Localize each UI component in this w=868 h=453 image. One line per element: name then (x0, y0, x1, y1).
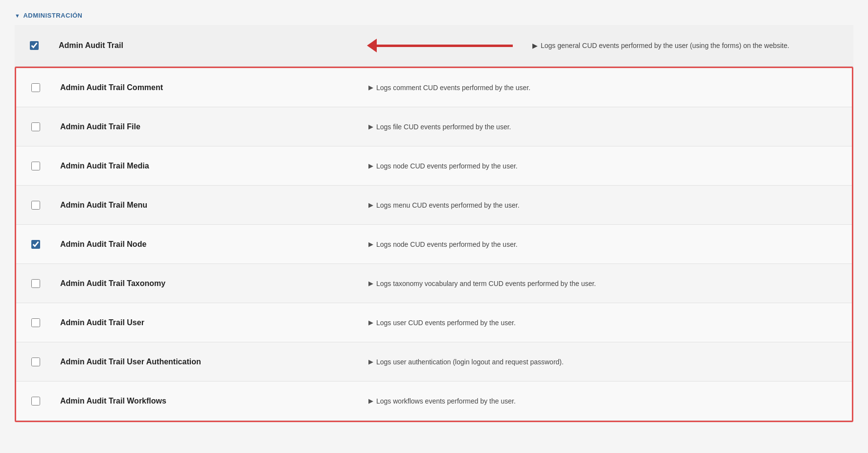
module-desc-text-comment: Logs comment CUD events performed by the… (376, 84, 530, 92)
sub-module-row-media: Admin Audit Trail Media ▶ Logs node CUD … (16, 146, 852, 186)
module-name-node: Admin Audit Trail Node (55, 232, 359, 257)
checkbox-cell-comment (16, 78, 55, 97)
parent-module-name: Admin Audit Trail (54, 33, 357, 58)
checkbox-user-authentication[interactable] (31, 358, 40, 366)
module-name-user: Admin Audit Trail User (55, 310, 359, 335)
checkbox-cell-user-authentication (16, 353, 55, 371)
module-desc-text-node: Logs node CUD events performed by the us… (376, 240, 518, 248)
checkbox-taxonomy[interactable] (31, 279, 40, 288)
parent-module-row: Admin Audit Trail ▶ Logs general CUD eve… (15, 25, 853, 67)
checkbox-file[interactable] (31, 122, 40, 131)
sub-module-row-node: Admin Audit Trail Node ▶ Logs node CUD e… (16, 225, 852, 264)
desc-tri-workflows: ▶ (368, 397, 373, 405)
sub-items-container: Admin Audit Trail Comment ▶ Logs comment… (15, 67, 853, 422)
module-name-menu: Admin Audit Trail Menu (55, 193, 359, 217)
checkbox-cell-user (16, 313, 55, 332)
section-title: ADMINISTRACIÓN (23, 12, 82, 19)
checkbox-comment[interactable] (31, 83, 40, 92)
module-description-node: ▶ Logs node CUD events performed by the … (359, 233, 852, 256)
sub-module-row-comment: Admin Audit Trail Comment ▶ Logs comment… (16, 68, 852, 107)
parent-module-description: ▶ Logs general CUD events performed by t… (532, 42, 789, 49)
parent-checkbox-cell (15, 36, 54, 55)
desc-tri-comment: ▶ (368, 84, 373, 91)
checkbox-media[interactable] (31, 162, 40, 170)
module-desc-text-file: Logs file CUD events performed by the us… (376, 123, 511, 131)
module-desc-text-workflows: Logs workflows events performed by the u… (376, 397, 516, 405)
desc-tri-node: ▶ (368, 240, 373, 248)
module-description-workflows: ▶ Logs workflows events performed by the… (359, 389, 852, 413)
module-description-comment: ▶ Logs comment CUD events performed by t… (359, 76, 852, 99)
checkbox-menu[interactable] (31, 201, 40, 210)
module-name-media: Admin Audit Trail Media (55, 154, 359, 178)
desc-tri-user: ▶ (368, 319, 373, 326)
red-arrow-line (376, 45, 513, 47)
module-description-user: ▶ Logs user CUD events performed by the … (359, 311, 852, 334)
module-desc-text-user: Logs user CUD events performed by the us… (376, 319, 516, 327)
red-arrow-indicator (367, 39, 513, 52)
checkbox-cell-taxonomy (16, 274, 55, 293)
checkbox-node[interactable] (31, 240, 40, 249)
module-name-comment: Admin Audit Trail Comment (55, 75, 359, 100)
sub-module-row-taxonomy: Admin Audit Trail Taxonomy ▶ Logs taxono… (16, 264, 852, 303)
module-desc-text-user-authentication: Logs user authentication (login logout a… (376, 358, 564, 366)
sub-module-row-menu: Admin Audit Trail Menu ▶ Logs menu CUD e… (16, 186, 852, 225)
desc-tri-user-authentication: ▶ (368, 358, 373, 365)
checkbox-cell-menu (16, 196, 55, 215)
red-arrow-head (367, 39, 377, 52)
module-description-menu: ▶ Logs menu CUD events performed by the … (359, 193, 852, 217)
parent-module-checkbox[interactable] (30, 41, 39, 50)
section-triangle: ▼ (15, 13, 20, 19)
module-desc-text-menu: Logs menu CUD events performed by the us… (376, 201, 520, 209)
sub-module-row-user: Admin Audit Trail User ▶ Logs user CUD e… (16, 303, 852, 342)
sub-module-row-workflows: Admin Audit Trail Workflows ▶ Logs workf… (16, 381, 852, 421)
desc-arrow-icon: ▶ (532, 42, 538, 49)
module-desc-text-taxonomy: Logs taxonomy vocabulary and term CUD ev… (376, 280, 596, 287)
sub-module-row-user-authentication: Admin Audit Trail User Authentication ▶ … (16, 342, 852, 381)
module-description-taxonomy: ▶ Logs taxonomy vocabulary and term CUD … (359, 272, 852, 295)
checkbox-cell-node (16, 235, 55, 254)
checkbox-user[interactable] (31, 318, 40, 327)
desc-tri-media: ▶ (368, 162, 373, 169)
section-header: ▼ ADMINISTRACIÓN (15, 10, 853, 21)
module-description-file: ▶ Logs file CUD events performed by the … (359, 115, 852, 139)
sub-module-row-file: Admin Audit Trail File ▶ Logs file CUD e… (16, 107, 852, 146)
module-name-taxonomy: Admin Audit Trail Taxonomy (55, 271, 359, 296)
module-desc-text-media: Logs node CUD events performed by the us… (376, 162, 518, 170)
module-description-user-authentication: ▶ Logs user authentication (login logout… (359, 350, 852, 374)
checkbox-cell-workflows (16, 392, 55, 410)
desc-tri-file: ▶ (368, 123, 373, 130)
module-name-workflows: Admin Audit Trail Workflows (55, 389, 359, 413)
module-name-user-authentication: Admin Audit Trail User Authentication (55, 350, 359, 374)
checkbox-workflows[interactable] (31, 397, 40, 405)
desc-tri-menu: ▶ (368, 201, 373, 209)
parent-module-desc-text: Logs general CUD events performed by the… (541, 42, 789, 49)
desc-tri-taxonomy: ▶ (368, 280, 373, 287)
module-name-file: Admin Audit Trail File (55, 115, 359, 139)
checkbox-cell-file (16, 118, 55, 136)
page-wrapper: ▼ ADMINISTRACIÓN Admin Audit Trail ▶ Log… (0, 0, 868, 453)
module-description-media: ▶ Logs node CUD events performed by the … (359, 154, 852, 178)
checkbox-cell-media (16, 157, 55, 175)
